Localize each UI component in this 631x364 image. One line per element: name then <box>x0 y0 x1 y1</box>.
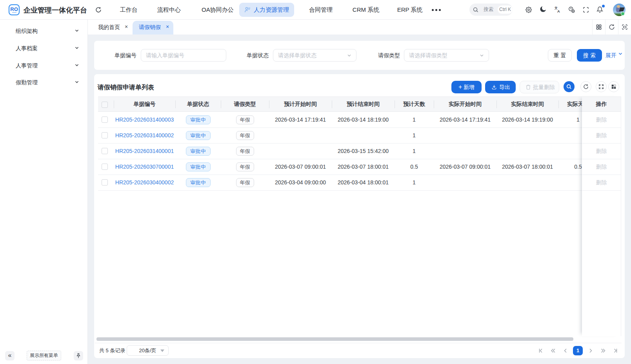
svg-text:A: A <box>557 9 560 13</box>
